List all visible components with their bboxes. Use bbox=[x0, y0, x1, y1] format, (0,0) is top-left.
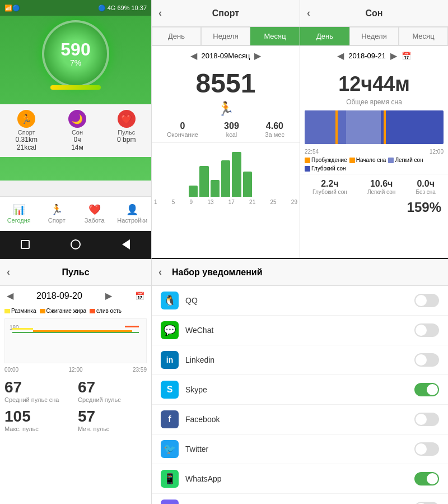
pulse-panel: ‹ Пульс ◀ 2018-09-20 ▶ 📅 Разминка Сжиган… bbox=[0, 258, 151, 504]
notif-back-button[interactable]: ‹ bbox=[158, 266, 162, 278]
light-sleep-lbl: Легкий сон bbox=[367, 189, 395, 195]
qq-name: QQ bbox=[185, 296, 198, 305]
nav-today-label: Сегодня bbox=[7, 217, 31, 224]
sleep-next-button[interactable]: ▶ bbox=[390, 50, 397, 61]
wechat-toggle[interactable] bbox=[414, 323, 439, 337]
signal-strength: 4G bbox=[108, 4, 116, 11]
pulse-prev-button[interactable]: ◀ bbox=[7, 290, 13, 301]
home-button[interactable] bbox=[67, 235, 85, 253]
sleep-tab-month[interactable]: Месяц bbox=[399, 27, 448, 45]
avg-pulse: 67 Средний пульс bbox=[78, 378, 147, 403]
bar bbox=[221, 160, 230, 197]
pulse-next-button[interactable]: ▶ bbox=[105, 290, 112, 301]
wechat-name: WeChat bbox=[185, 326, 213, 335]
viber-toggle[interactable] bbox=[414, 502, 439, 504]
settings-icon: 👤 bbox=[126, 204, 138, 216]
nav-sport[interactable]: 🏃 Спорт bbox=[38, 204, 76, 224]
pulse-time-axis: 00:00 12:00 23:59 bbox=[0, 366, 151, 374]
facebook-name: Facebook bbox=[185, 415, 220, 424]
sleep-calendar-icon[interactable]: 📅 bbox=[402, 52, 411, 61]
sleep-block-2 bbox=[346, 110, 381, 144]
sleep-legend: Пробуждение Начало сна Легкий сон Глубок… bbox=[300, 155, 448, 174]
skype-toggle[interactable] bbox=[414, 383, 439, 396]
avg-sleep-pulse: 67 Средний пульс сна bbox=[4, 378, 73, 403]
deep-sleep-stat: 2.2ч Глубокий сон bbox=[312, 179, 347, 195]
sleep-stat[interactable]: 🌙 Сон 0ч 14м bbox=[68, 110, 86, 151]
pulse-cardio-segment bbox=[125, 326, 139, 327]
sleep-hours: 0ч bbox=[74, 136, 81, 144]
bar bbox=[232, 152, 241, 197]
sleep-duration: 12ч44м bbox=[338, 72, 410, 95]
nav-care[interactable]: ❤️ Забота bbox=[76, 204, 114, 224]
sport-back-button[interactable]: ‹ bbox=[158, 7, 162, 19]
notif-viber: V Viber bbox=[152, 494, 448, 504]
avg-sleep-pulse-val: 67 bbox=[4, 378, 73, 396]
legend-fatburn: Сжигание жира bbox=[40, 308, 87, 314]
care-icon: ❤️ bbox=[88, 204, 101, 216]
min-pulse-lbl: Мин. пульс bbox=[78, 426, 147, 432]
notif-facebook-left: f Facebook bbox=[161, 410, 220, 428]
recent-apps-button[interactable] bbox=[16, 235, 34, 253]
sleep-tab-week[interactable]: Неделя bbox=[349, 27, 399, 45]
avg-pulse-lbl: Средний пульс bbox=[78, 396, 147, 403]
tab-month[interactable]: Месяц bbox=[250, 27, 300, 45]
avg-pulse-val: 67 bbox=[78, 378, 147, 396]
legend-warmup: Разминка bbox=[4, 308, 36, 314]
sleep-time-axis: 22:54 12:00 bbox=[300, 149, 448, 155]
sleep-prev-button[interactable]: ◀ bbox=[337, 50, 344, 61]
clock: 10:37 bbox=[131, 4, 147, 11]
wechat-icon: 💬 bbox=[161, 321, 179, 339]
fitness-stats: 🏃 Спорт 0.31km 21kcal 🌙 Сон 0ч 14м ❤️ Пу… bbox=[0, 104, 151, 157]
deep-sleep-lbl: Глубокий сон bbox=[312, 189, 347, 195]
sleep-block-3 bbox=[381, 110, 430, 144]
sleep-tab-day[interactable]: День bbox=[300, 27, 349, 45]
twitter-toggle[interactable] bbox=[414, 442, 439, 456]
sport-stat[interactable]: 🏃 Спорт 0.31km 21kcal bbox=[16, 110, 38, 151]
pulse-line bbox=[12, 332, 139, 333]
qq-toggle[interactable] bbox=[414, 294, 439, 307]
pulse-date-nav: ◀ 2018-09-20 ▶ 📅 bbox=[0, 286, 151, 306]
linkedin-name: Linkedin bbox=[185, 355, 214, 364]
bluetooth-icon: 🔵 bbox=[98, 4, 106, 12]
pulse-stat[interactable]: ❤️ Пульс 0 bpm bbox=[117, 110, 136, 151]
battery-level: 69% bbox=[117, 4, 129, 11]
back-button[interactable] bbox=[117, 235, 135, 253]
facebook-toggle[interactable] bbox=[414, 413, 439, 426]
pulse-time-end: 23:59 bbox=[133, 367, 147, 373]
light-sleep-stat: 10.6ч Легкий сон bbox=[367, 179, 395, 195]
tab-day[interactable]: День bbox=[152, 27, 201, 45]
sport-panel-header: ‹ Спорт bbox=[152, 0, 300, 27]
twitter-icon: 🐦 bbox=[161, 440, 179, 458]
pulse-fat-segment bbox=[33, 330, 132, 332]
bar bbox=[199, 166, 208, 197]
sport-three-stats: 0 Окончание 309 kcal 4.60 За мес bbox=[152, 117, 300, 143]
facebook-icon: f bbox=[161, 410, 179, 428]
max-pulse-val: 105 bbox=[4, 408, 73, 426]
sport-title: Спорт bbox=[212, 8, 239, 19]
sleep-back-button[interactable]: ‹ bbox=[307, 7, 310, 19]
notif-qq: 🐧 QQ bbox=[152, 286, 448, 316]
pulse-back-button[interactable]: ‹ bbox=[7, 266, 10, 278]
linkedin-toggle[interactable] bbox=[414, 353, 439, 367]
pulse-label: Пульс bbox=[118, 129, 135, 136]
sport-prev-button[interactable]: ◀ bbox=[190, 50, 197, 61]
linkedin-icon: in bbox=[161, 351, 179, 369]
sport-nav-icon: 🏃 bbox=[50, 204, 63, 216]
notif-header: ‹ Набор уведомлений bbox=[152, 259, 448, 286]
sport-kcal-lbl: kcal bbox=[224, 131, 239, 138]
whatsapp-toggle[interactable] bbox=[414, 472, 439, 485]
tab-week[interactable]: Неделя bbox=[201, 27, 250, 45]
warmup-dot bbox=[4, 309, 10, 313]
min-pulse-val: 57 bbox=[78, 408, 147, 426]
pulse-calendar-icon[interactable]: 📅 bbox=[135, 292, 144, 300]
notif-qq-left: 🐧 QQ bbox=[161, 292, 198, 309]
sport-next-button[interactable]: ▶ bbox=[254, 50, 261, 61]
sport-bar-labels: 1 5 9 13 17 21 25 29 bbox=[152, 199, 300, 205]
pulse-graph: 180 bbox=[4, 318, 147, 363]
nav-settings[interactable]: 👤 Настройки bbox=[114, 204, 152, 224]
notif-linkedin: in Linkedin bbox=[152, 345, 448, 375]
sport-kcal-val: 309 bbox=[224, 121, 239, 131]
nav-today[interactable]: 📊 Сегодня bbox=[0, 204, 38, 224]
sleep-minutes: 14м bbox=[71, 144, 83, 151]
sleep-score: 159% bbox=[300, 200, 448, 215]
